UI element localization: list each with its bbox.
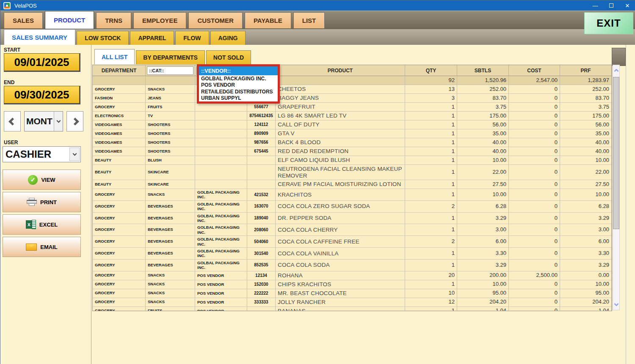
col-header-cost[interactable]: COST <box>509 65 560 76</box>
vendor-option[interactable]: GOLBAL PACKAGING INC. <box>199 75 278 82</box>
print-button[interactable]: PRINT <box>3 192 81 212</box>
next-period-button[interactable] <box>66 111 83 131</box>
table-row[interactable]: GROCERYSNACKSPOS VENDOR333333JOLLY RANCH… <box>93 298 612 307</box>
user-select[interactable]: CASHIER <box>3 146 81 162</box>
table-row[interactable]: GROCERYBEVERAGESGOLBAL PACKAGING INC.301… <box>93 248 612 260</box>
table-row[interactable]: GROCERYFRUITS556677GRAPEFRUIT13.7503.75 <box>93 103 612 112</box>
cell-qty: 20 <box>405 271 457 280</box>
cell-sbtls: 252.00 <box>457 85 509 94</box>
table-row[interactable]: GROCERYBEVERAGESGOLBAL PACKAGING INC.504… <box>93 236 612 248</box>
table-row[interactable]: GROCERYSNACKSPOS VENDOR222222MR. BEAST C… <box>93 289 612 298</box>
cell-cost: 0 <box>509 224 560 236</box>
col-header-department[interactable]: DEPARTMENT <box>93 65 146 76</box>
table-row[interactable]: GROCERYBEVERAGESGOLBAL PACKAGING INC.189… <box>93 213 612 224</box>
cell-vendor: POS VENDOR <box>195 298 247 307</box>
table-row[interactable]: GROCERYSNACKSPOS VENDOR152030CHIPS KRACH… <box>93 280 612 289</box>
cell-sbtls: 3.30 <box>457 248 509 260</box>
tab-low-stock[interactable]: LOW STOCK <box>77 31 129 45</box>
tab-product[interactable]: PRODUCT <box>45 11 94 29</box>
cell-cost: 0 <box>509 280 560 289</box>
cell-cost: 0 <box>509 307 560 312</box>
table-row[interactable]: BEAUTYSKINCARECERAVE PM FACIAL MOISTURIZ… <box>93 180 612 189</box>
vendor-option[interactable]: POS VENDOR <box>199 82 278 89</box>
cell-dept: FASHION <box>93 94 146 103</box>
period-select[interactable]: MONTH <box>24 111 63 131</box>
table-row[interactable]: GROCERYSNACKSGOLBAL PACKAGING INC.421532… <box>93 189 612 201</box>
col-header-prf[interactable]: PRF <box>560 65 612 76</box>
cell-cost: 0 <box>509 165 560 180</box>
table-row[interactable]: VIDEOGAMESSHOOTERS675445RED DEAD REDEMPT… <box>93 147 612 156</box>
vendor-option-selected[interactable]: ::VENDOR:: <box>199 66 278 75</box>
table-row[interactable]: GROCERYSNACKSCHEETOS13252.000252.00 <box>93 85 612 94</box>
user-dropdown-arrow[interactable] <box>69 148 80 161</box>
tab-sales[interactable]: SALES <box>4 12 43 28</box>
cell-qty: 1 <box>405 307 457 312</box>
tab-employee[interactable]: EMPLOYEE <box>133 12 186 28</box>
table-row[interactable]: BEAUTYSKINCARENEUTROGENA FACIAL CLEANSIN… <box>93 165 612 180</box>
table-row[interactable]: GROCERYBEVERAGESGOLBAL PACKAGING INC.208… <box>93 224 612 236</box>
email-button[interactable]: EMAIL <box>3 237 81 257</box>
prev-period-button[interactable] <box>4 111 21 131</box>
minimize-button[interactable]: — <box>587 0 603 11</box>
tab-customer[interactable]: CUSTOMER <box>188 12 243 28</box>
chevron-right-icon <box>71 118 79 125</box>
chevron-down-icon <box>614 301 618 306</box>
cell-prf: 27.50 <box>560 180 612 189</box>
table-row[interactable]: BEAUTYBLUSHELF CAMO LIQUID BLUSH110.0001… <box>93 156 612 165</box>
cell-dept: VIDEOGAMES <box>93 147 146 156</box>
tab-trns[interactable]: TRNS <box>96 12 131 28</box>
table-row[interactable]: VIDEOGAMESSHOOTERS124112CALL OF DUTY156.… <box>93 120 612 129</box>
cell-sbtls: 27.50 <box>457 180 509 189</box>
report-area: ALL LIST BY DEPARTMENTS NOT SOLD DEPARTM… <box>91 45 635 364</box>
scroll-up-button[interactable] <box>613 66 619 74</box>
vendor-option[interactable]: URBAN SUPPYL <box>199 95 278 102</box>
cell-cost: 0 <box>509 289 560 298</box>
tab-by-departments[interactable]: BY DEPARTMENTS <box>136 50 205 64</box>
cell-prf: 3.29 <box>560 213 612 224</box>
scrollbar-thumb[interactable] <box>613 77 619 229</box>
period-dropdown-arrow[interactable] <box>54 112 63 131</box>
tab-aging[interactable]: AGING <box>210 31 246 45</box>
maximize-button[interactable] <box>603 0 619 11</box>
start-date-button[interactable]: 09/01/2025 <box>4 53 80 72</box>
cell-sbtls: 200.00 <box>457 271 509 280</box>
window-title: VelaPOS <box>14 3 37 9</box>
table-row[interactable]: FASHIONJEANSBAGGY JEANS383.70083.70 <box>93 94 612 103</box>
vendor-option[interactable]: RETAILEDGE DISTRIBUTORS <box>199 88 278 95</box>
close-button[interactable]: ✕ <box>619 0 635 11</box>
table-row[interactable]: GROCERYBEVERAGESGOLBAL PACKAGING INC.163… <box>93 201 612 213</box>
exit-button[interactable]: EXIT <box>584 12 633 34</box>
view-button[interactable]: ✓ VIEW <box>3 170 81 190</box>
category-filter-dropdown[interactable]: ::CAT:: <box>147 66 193 75</box>
tab-all-list[interactable]: ALL LIST <box>94 49 135 64</box>
col-header-sbtls[interactable]: SBTLS <box>457 65 509 76</box>
cell-cost: 0 <box>509 248 560 260</box>
tab-sales-summary[interactable]: SALES SUMMARY <box>4 29 75 45</box>
tab-payable[interactable]: PAYABLE <box>245 12 291 28</box>
end-date-button[interactable]: 09/30/2025 <box>4 86 80 104</box>
col-header-product[interactable]: PRODUCT <box>276 65 405 76</box>
tab-list[interactable]: LIST <box>293 12 325 28</box>
vertical-scrollbar[interactable] <box>613 65 620 310</box>
cell-dept: GROCERY <box>93 260 146 271</box>
cell-sku: 163070 <box>247 201 276 213</box>
table-row[interactable]: GROCERYSNACKSPOS VENDOR12134ROHANA20200.… <box>93 271 612 280</box>
scroll-down-button[interactable] <box>613 301 619 309</box>
table-row[interactable]: GROCERYFRUITSPOS VENDORBANANAS11.0401.04 <box>93 307 612 312</box>
table-row[interactable]: VIDEOGAMESSHOOTERS987656BACK 4 BLOOD140.… <box>93 138 612 147</box>
cell-vendor: GOLBAL PACKAGING INC. <box>195 213 247 224</box>
cell-cat: FRUITS <box>146 103 195 112</box>
tab-flow[interactable]: FLOW <box>175 31 209 45</box>
tab-not-sold[interactable]: NOT SOLD <box>206 50 251 64</box>
table-row[interactable]: GROCERYBEVERAGESGOLBAL PACKAGING INC.852… <box>93 260 612 271</box>
cell-qty: 10 <box>405 289 457 298</box>
col-header-qty[interactable]: QTY <box>405 65 457 76</box>
cell-product: CHEETOS <box>276 85 405 94</box>
excel-button[interactable]: x EXCEL <box>3 214 81 235</box>
col-header-category[interactable]: ::CAT:: <box>146 65 195 76</box>
table-row[interactable]: VIDEOGAMESSHOOTERS890909GTA V135.00035.0… <box>93 129 612 138</box>
table-row[interactable]: ELECTRONICSTV8754612435LG 86 4K SMART LE… <box>93 112 612 120</box>
cell-qty: 2 <box>405 201 457 213</box>
tab-apparel[interactable]: APPAREL <box>130 31 174 45</box>
cell-prf: 6.00 <box>560 236 612 248</box>
